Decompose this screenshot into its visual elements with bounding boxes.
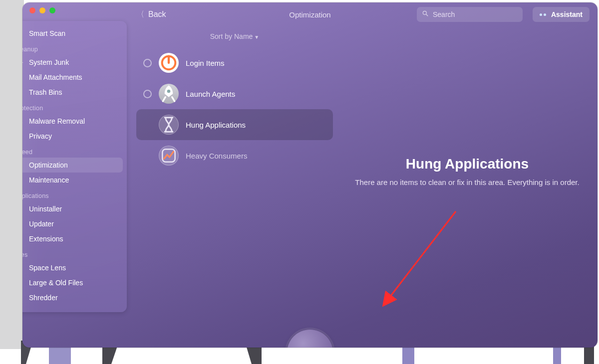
close-window-button[interactable] xyxy=(29,7,35,13)
sidebar-group-label: Speed xyxy=(22,144,123,158)
sidebar-item-space-lens[interactable]: Space Lens xyxy=(22,260,123,275)
category-label: Launch Agents xyxy=(186,90,235,98)
sidebar-item-updater[interactable]: Updater xyxy=(22,216,123,231)
sidebar-item-optimization[interactable]: Optimization xyxy=(22,158,123,173)
biohazard-icon xyxy=(22,117,23,126)
svg-point-0 xyxy=(423,11,426,14)
category-label: Heavy Consumers xyxy=(186,152,247,160)
sidebar-item-label: Malware Removal xyxy=(29,117,85,125)
window-controls xyxy=(29,7,55,13)
sidebar-item-label: Updater xyxy=(29,220,54,228)
category-hung-applications[interactable]: Hung Applications xyxy=(136,109,333,140)
sidebar-group-label: Applications xyxy=(22,187,123,201)
sidebar-item-label: Privacy xyxy=(29,132,52,140)
detail-subtitle: There are no items to clean or fix in th… xyxy=(337,178,598,186)
category-heavy-consumers[interactable]: Heavy Consumers xyxy=(136,140,333,171)
sidebar-item-smart-scan[interactable]: Smart Scan xyxy=(22,26,123,41)
sidebar-item-mail-attachments[interactable]: Mail Attachments xyxy=(22,70,123,85)
zoom-window-button[interactable] xyxy=(49,7,55,13)
sidebar-group-label: Files xyxy=(22,246,123,260)
lens-icon xyxy=(22,263,23,272)
puzzle-icon xyxy=(22,234,23,243)
category-label: Login Items xyxy=(186,59,225,67)
sort-button[interactable]: Sort by Name▼ xyxy=(136,32,333,40)
chevron-left-icon: 〈 xyxy=(138,9,144,20)
search-icon xyxy=(422,10,429,19)
folder-icon xyxy=(22,278,23,287)
shred-icon xyxy=(22,293,23,302)
chevron-down-icon: ▼ xyxy=(254,34,259,40)
sidebar-item-system-junk[interactable]: System Junk xyxy=(22,55,123,70)
mail-icon xyxy=(22,73,23,82)
sidebar-item-trash-bins[interactable]: Trash Bins xyxy=(22,85,123,100)
sidebar-group-label: Protection xyxy=(22,100,123,114)
sidebar-item-uninstaller[interactable]: Uninstaller xyxy=(22,201,123,216)
svg-line-1 xyxy=(426,14,428,16)
sidebar-item-label: Extensions xyxy=(29,235,63,243)
monitor-icon xyxy=(22,29,23,38)
category-launch-agents[interactable]: Launch Agents xyxy=(136,78,333,109)
box-icon xyxy=(22,204,23,213)
category-login-items[interactable]: Login Items xyxy=(136,47,333,78)
sidebar-item-label: Space Lens xyxy=(29,264,66,272)
power-icon xyxy=(159,53,179,73)
minimize-window-button[interactable] xyxy=(39,7,45,13)
sidebar-item-privacy[interactable]: Privacy xyxy=(22,129,123,144)
detail-title: Hung Applications xyxy=(337,156,598,172)
assistant-button[interactable]: Assistant xyxy=(533,7,590,22)
assistant-label: Assistant xyxy=(551,10,583,18)
sidebar-item-malware-removal[interactable]: Malware Removal xyxy=(22,114,123,129)
back-label: Back xyxy=(148,10,166,19)
chart-icon xyxy=(159,146,179,166)
svg-point-25 xyxy=(167,90,171,93)
sidebar-item-large-old[interactable]: Large & Old Files xyxy=(22,275,123,290)
sidebar-item-label: Maintenance xyxy=(29,176,69,184)
sidebar-item-label: Trash Bins xyxy=(29,88,62,96)
sidebar-group-label: Cleanup xyxy=(22,41,123,55)
assistant-dots-icon xyxy=(540,13,546,16)
hand-icon xyxy=(22,132,23,141)
wrench-icon xyxy=(22,176,23,184)
back-button[interactable]: 〈 Back xyxy=(137,9,166,20)
rocket-icon xyxy=(159,84,179,104)
sidebar-item-label: Optimization xyxy=(29,161,68,169)
sidebar-item-shredder[interactable]: Shredder xyxy=(22,290,123,305)
sidebar-item-label: System Junk xyxy=(29,58,69,66)
radio-icon[interactable] xyxy=(143,90,152,98)
category-label: Hung Applications xyxy=(186,121,246,129)
gear-icon xyxy=(22,58,23,67)
trash-icon xyxy=(22,88,23,97)
category-list: Sort by Name▼ Login ItemsLaunch AgentsHu… xyxy=(127,26,337,348)
background-strip xyxy=(0,0,24,349)
sidebar-item-maintenance[interactable]: Maintenance xyxy=(22,173,123,187)
search-input[interactable] xyxy=(433,10,520,18)
sidebar-item-label: Smart Scan xyxy=(29,29,65,37)
sidebar-item-label: Uninstaller xyxy=(29,205,62,213)
sidebar: Smart ScanCleanupSystem JunkMail Attachm… xyxy=(22,21,127,312)
sidebar-item-extensions[interactable]: Extensions xyxy=(22,231,123,246)
sidebar-item-label: Mail Attachments xyxy=(29,73,82,81)
sliders-icon xyxy=(22,161,23,170)
detail-pane: Hung Applications There are no items to … xyxy=(337,26,598,348)
hourglass-icon xyxy=(159,115,179,135)
refresh-icon xyxy=(22,219,23,228)
sidebar-item-label: Large & Old Files xyxy=(29,279,83,287)
search-field[interactable] xyxy=(417,7,523,22)
sort-label: Sort by Name xyxy=(210,32,253,40)
app-window: 〈 Back Optimization Assistant Smart Scan… xyxy=(22,2,598,348)
sidebar-item-label: Shredder xyxy=(29,294,58,302)
radio-icon[interactable] xyxy=(143,59,152,67)
